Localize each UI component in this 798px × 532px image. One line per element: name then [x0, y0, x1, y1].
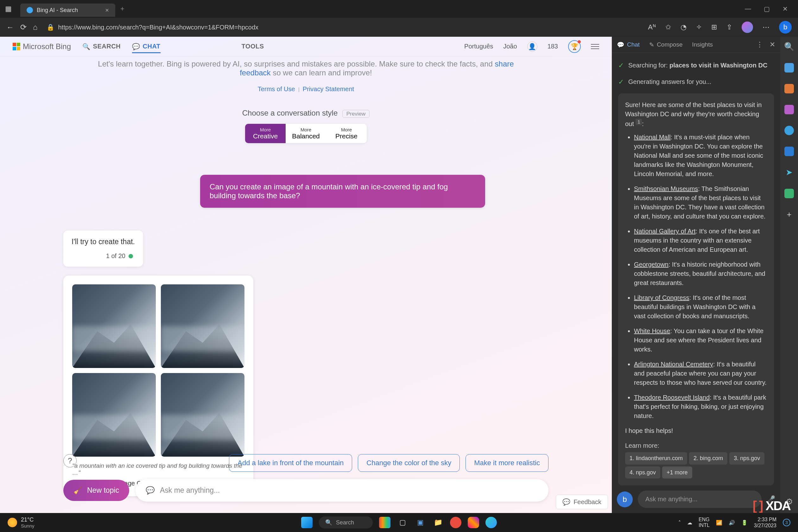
taskbar-explorer[interactable]: 📁	[432, 517, 444, 528]
sidebar-bing-icon[interactable]: b	[617, 492, 633, 507]
taskbar-app-4[interactable]	[468, 517, 479, 528]
weather-widget[interactable]: 21°CSunny	[7, 516, 35, 529]
wifi-icon[interactable]: 📶	[716, 520, 722, 526]
user-avatar-icon[interactable]: 👤	[527, 41, 537, 52]
taskbar-app-3[interactable]	[450, 517, 461, 528]
sidebar-close-icon[interactable]: ✕	[770, 40, 775, 49]
nav-chat[interactable]: 💬CHAT	[132, 43, 160, 53]
taskbar-app-1[interactable]	[379, 517, 391, 528]
extensions-icon[interactable]: ◔	[681, 23, 686, 31]
volume-icon[interactable]: 🔊	[729, 520, 735, 526]
share-icon[interactable]: ⇪	[726, 23, 732, 31]
send-icon[interactable]: ➤	[786, 168, 793, 177]
skype-icon[interactable]	[784, 126, 794, 135]
taskbar-app-2[interactable]: ▣	[415, 517, 426, 528]
nav-tools[interactable]: TOOLS	[242, 43, 264, 50]
read-aloud-icon[interactable]: Aᴺ	[648, 23, 656, 31]
onedrive-icon[interactable]	[784, 189, 794, 198]
games-icon[interactable]	[784, 105, 794, 114]
minimize-button[interactable]: —	[745, 5, 751, 13]
start-button[interactable]	[301, 517, 312, 528]
terms-link[interactable]: Terms of Use	[258, 86, 295, 93]
feedback-button[interactable]: 💬Feedback	[556, 495, 608, 509]
url-field[interactable]: 🔒https://www.bing.com/search?q=Bing+AI&s…	[44, 23, 642, 31]
suggestions-info-icon[interactable]: ?	[63, 454, 77, 468]
close-window-button[interactable]: ✕	[782, 5, 788, 13]
outlook-icon[interactable]	[784, 147, 794, 156]
taskbar-taskview[interactable]: ▢	[397, 517, 408, 528]
home-button[interactable]: ⌂	[33, 23, 38, 32]
shopping-icon[interactable]	[784, 63, 794, 73]
reference-pill[interactable]: 4. nps.gov	[625, 467, 660, 478]
maximize-button[interactable]: ▢	[764, 5, 770, 13]
suggestion-3[interactable]: Make it more realistic	[466, 454, 549, 472]
new-tab-button[interactable]: +	[120, 5, 125, 13]
style-balanced[interactable]: MoreBalanced	[286, 124, 326, 143]
bing-sidebar-button[interactable]: b	[779, 21, 792, 34]
browser-tab[interactable]: Bing AI - Search ×	[20, 3, 115, 17]
suggestion-1[interactable]: Add a lake in front of the mountain	[229, 454, 352, 472]
more-references[interactable]: +1 more	[662, 467, 692, 478]
sidebar-ask-input[interactable]: Ask me anything...	[638, 491, 762, 508]
favorite-icon[interactable]: ✩	[665, 23, 671, 31]
back-button[interactable]: ←	[6, 23, 14, 32]
taskbar-search[interactable]: 🔍Search	[319, 516, 373, 529]
broom-icon: 🧹	[74, 486, 83, 495]
bing-favicon-icon	[26, 7, 33, 13]
nav-search[interactable]: 🔍SEARCH	[82, 43, 121, 50]
tab-title: Bing AI - Search	[37, 7, 78, 14]
generated-image-1[interactable]	[72, 284, 156, 368]
suggestion-2[interactable]: Change the color of the sky	[358, 454, 460, 472]
ask-input[interactable]: 💬Ask me anything...	[135, 479, 549, 501]
sidebar-tab-chat[interactable]: 💬Chat	[617, 41, 640, 49]
style-creative[interactable]: MoreCreative	[245, 124, 286, 143]
sidebar-tab-insights[interactable]: Insights	[692, 41, 712, 48]
sidebar-body[interactable]: ✓Searching for: places to visit in Washi…	[612, 53, 780, 486]
username[interactable]: João	[503, 43, 517, 50]
bing-logo[interactable]: Microsoft Bing	[13, 42, 71, 51]
reference-pill[interactable]: 1. lindaontherun.com	[625, 452, 687, 464]
ask-placeholder: Ask me anything...	[160, 486, 220, 495]
new-topic-button[interactable]: 🧹New topic	[63, 480, 129, 501]
citation-badge[interactable]: 1	[635, 119, 642, 125]
profile-avatar[interactable]	[742, 21, 753, 33]
add-icon[interactable]: +	[786, 210, 791, 220]
menu-button[interactable]	[591, 44, 599, 49]
places-list: National Mall: It's a must-visit place w…	[625, 133, 767, 420]
favorites-bar-icon[interactable]: ✧	[696, 23, 702, 31]
refresh-button[interactable]: ⟳	[20, 23, 26, 32]
collections-icon[interactable]: ⊞	[711, 23, 717, 31]
privacy-link[interactable]: Privacy Statement	[303, 86, 354, 93]
tab-overview-icon[interactable]: ▦	[2, 3, 14, 15]
sidebar-more-icon[interactable]: ⋮	[756, 40, 763, 49]
notifications-icon[interactable]: 3	[783, 519, 791, 526]
generated-image-3[interactable]	[72, 373, 156, 457]
image-grid	[72, 284, 245, 457]
tools-icon[interactable]	[784, 84, 794, 93]
style-precise[interactable]: MorePrecise	[326, 124, 367, 143]
rewards-icon[interactable]: 🏆	[568, 40, 581, 53]
generated-image-2[interactable]	[161, 284, 245, 368]
tray-cloud-icon[interactable]: ☁	[687, 520, 692, 526]
reference-pill[interactable]: 2. bing.com	[689, 452, 727, 464]
legal-links: Terms of Use|Privacy Statement	[63, 86, 549, 93]
taskbar-edge[interactable]	[486, 517, 497, 528]
chat-icon: 💬	[617, 41, 625, 49]
clock[interactable]: 2:33 PM3/27/2023	[754, 516, 777, 529]
close-tab-icon[interactable]: ×	[105, 7, 109, 14]
references: 1. lindaontherun.com2. bing.com3. nps.go…	[625, 450, 767, 478]
sidebar-tab-compose[interactable]: ✎Compose	[649, 41, 682, 49]
generated-image-4[interactable]	[161, 373, 245, 457]
battery-icon[interactable]: 🔋	[741, 520, 748, 526]
reference-pill[interactable]: 3. nps.gov	[729, 452, 764, 464]
language-button[interactable]: Português	[464, 43, 493, 50]
keyboard-lang[interactable]: ENGINTL	[699, 517, 710, 528]
style-creative-label: Creative	[248, 132, 283, 140]
sb-tab-chat-label: Chat	[627, 41, 640, 48]
conversation-style: Choose a conversation style Preview More…	[63, 109, 549, 143]
tray-chevron-icon[interactable]: ˄	[678, 520, 681, 526]
more-icon[interactable]: ⋯	[762, 23, 770, 31]
search-icon[interactable]: 🔍	[784, 42, 794, 52]
lang1: ENG	[699, 517, 710, 522]
answer-intro: Sure! Here are some of the best places t…	[625, 100, 767, 129]
